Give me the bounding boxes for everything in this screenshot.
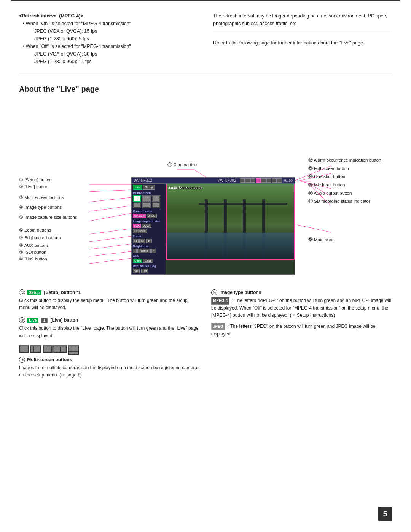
annotation-oneshot: ⑭ One shot button: [308, 173, 392, 181]
log-label: Log: [150, 264, 156, 268]
mpeg4-badge: MPEG-4: [211, 297, 229, 305]
desc-imagetype-heading: ④ Image type buttons: [211, 289, 392, 295]
desc-setup-heading: ① Setup [Setup] button *1: [19, 289, 200, 295]
brightness-buttons: - Normal +: [133, 249, 164, 253]
svg-line-8: [89, 251, 131, 256]
ms-icon-c: [43, 345, 53, 353]
mpeg4-btn[interactable]: MPEG-4: [133, 214, 146, 218]
annotation-fullscreen: ⑬ Full screen button: [308, 165, 392, 173]
camera-time: 01:00: [284, 179, 293, 183]
desc-right-col: ④ Image type buttons MPEG-4 : The letter…: [211, 289, 392, 384]
annotation-zoom: ⑥ Zoom buttons: [19, 227, 51, 233]
camera-icon-6: [266, 178, 271, 183]
annotation-camera-title: ⑪ Camera title: [167, 162, 197, 168]
ms-icon-d: [53, 345, 67, 353]
refresh-list: When "On" is selected for "MPEG-4 transm…: [19, 20, 198, 65]
ms-btn-6[interactable]: [152, 202, 160, 208]
desc-mpeg-text: MPEG-4 : The letters "MPEG-4" on the but…: [211, 297, 392, 319]
camera-image: Jan/01/2008-00:00:05: [166, 184, 295, 260]
annotation-aux: ⑧ AUX buttons: [19, 243, 49, 248]
aux-buttons: Open Close: [133, 259, 164, 263]
titlebar-center-text: WV-NF302: [218, 178, 236, 183]
desc-multiscreen-heading: ③ Multi-screen buttons: [19, 357, 200, 363]
annotation-alarm: ⑫ Alarm occurrence indication button: [308, 156, 392, 164]
zoom-label: Zoom: [133, 235, 164, 238]
vga-btn[interactable]: VGA: [133, 224, 141, 228]
multiscreen-icons-row: [19, 345, 200, 355]
svg-line-2: [89, 197, 131, 202]
ms-btn-3[interactable]: [152, 195, 160, 202]
bright-minus-btn[interactable]: -: [133, 249, 137, 253]
annotation-setup: ① [Setup] button: [19, 177, 52, 183]
live-diagram: ① [Setup] button ② [Live] button ③ Multi…: [19, 103, 392, 286]
ms-icon-b: [30, 345, 41, 353]
camera-ui-mockup: WV-NF302 WV-NF302 01:00: [131, 177, 295, 275]
annotation-sd-status: ⑰ SD recording status indicator: [308, 197, 392, 205]
top-section: <Refresh interval (MPEG-4)> When "On" is…: [19, 12, 392, 73]
sd-btn[interactable]: SD: [133, 269, 140, 273]
refresh-para2: Refer to the following page for further …: [213, 39, 392, 47]
zoom-out-btn[interactable]: x1: [133, 239, 139, 243]
camera-main-area: Jan/01/2008-00:00:05: [166, 184, 295, 274]
live-heading-text: [Live] button: [51, 318, 78, 323]
descriptions-grid: ① Setup [Setup] button *1 Click this but…: [19, 289, 392, 384]
camera-icon-7: [272, 178, 277, 183]
live-badge: Live: [27, 318, 38, 323]
desc-live: ② Live 1 [Live] button Click this button…: [19, 317, 200, 339]
desc-live-text: Click this button to display the "Live" …: [19, 325, 200, 339]
multiscreen-label: Multi-screen: [133, 191, 164, 195]
ms-btn-2[interactable]: [142, 195, 151, 202]
aux-open-btn[interactable]: Open: [133, 259, 142, 263]
camera-timestamp: Jan/01/2008-00:00:05: [168, 186, 202, 190]
refresh-item-2: When "Off" is selected for "MPEG-4 trans…: [23, 43, 198, 65]
refresh-para1: The refresh interval may be longer depen…: [213, 12, 392, 27]
zoom-x2-btn[interactable]: x2: [139, 239, 145, 243]
water-area: [167, 233, 294, 259]
annotation-sd: ⑨ [SD] button: [19, 249, 46, 255]
camera-icon-5: [261, 178, 266, 183]
camera-toolbar-icons: [240, 178, 282, 183]
refresh-heading: <Refresh interval (MPEG-4)>: [19, 12, 198, 20]
titlebar-left-text: WV-NF302: [134, 178, 218, 183]
zoom-x4-btn[interactable]: x4: [146, 239, 152, 243]
setup-btn[interactable]: Setup: [143, 185, 155, 190]
multiscreen-grid: [133, 195, 164, 208]
ms-btn-5[interactable]: [142, 202, 151, 208]
ms-btn-1[interactable]: [133, 195, 141, 202]
refresh-interval-right: The refresh interval may be longer depen…: [213, 12, 392, 65]
annotation-brightness: ⑦ Brightness buttons: [19, 235, 61, 240]
right-annotations: ⑫ Alarm occurrence indication button ⑬ F…: [308, 156, 392, 244]
compression-buttons: MPEG-4 JPEG: [133, 214, 164, 218]
svg-line-1: [89, 190, 131, 192]
list-btn[interactable]: List: [141, 269, 148, 273]
camera-icon-1: [240, 178, 245, 183]
desc-multiscreen: ③ Multi-screen buttons Images from multi…: [19, 345, 200, 379]
bright-plus-btn[interactable]: +: [151, 249, 156, 253]
beam: [199, 203, 288, 205]
capture-size-label: Image capture size: [133, 219, 164, 223]
imagetype-heading-text: Image type buttons: [219, 290, 261, 295]
live-setup-buttons: Live Setup: [133, 185, 164, 190]
multiscreen-heading-text: Multi-screen buttons: [27, 357, 72, 362]
desc-setup: ① Setup [Setup] button *1 Click this but…: [19, 289, 200, 311]
svg-line-3: [89, 206, 131, 211]
desc-setup-text: Click this button to display the setup m…: [19, 297, 200, 311]
live-btn[interactable]: Live: [133, 185, 142, 190]
rec-on-sd-label: Rec. on SD: [133, 264, 149, 268]
ms-btn-4[interactable]: [133, 202, 141, 208]
aux-close-btn[interactable]: Close: [143, 259, 153, 263]
desc-live-heading: ② Live 1 [Live] button: [19, 317, 200, 323]
rec-log-labels: Rec. on SD Log: [133, 264, 164, 268]
svg-line-7: [89, 244, 131, 249]
jpeg-type-badge: JPEG: [211, 323, 225, 330]
jpeg-btn[interactable]: JPEG: [147, 214, 157, 218]
annotation-mic: ⑮ Mic input button: [308, 181, 392, 189]
annotation-multiscreen: ③ Multi-screen buttons: [19, 195, 64, 200]
bright-normal-btn[interactable]: Normal: [137, 249, 151, 253]
1280-btn[interactable]: 1280x960: [133, 229, 147, 233]
qvga-btn[interactable]: QVGA: [142, 224, 151, 228]
camera-icon-2: [245, 178, 250, 183]
camera-icon-3: [250, 178, 255, 183]
setup-heading-text: [Setup] button *1: [44, 290, 81, 295]
desc-multiscreen-text: Images from multiple cameras can be disp…: [19, 364, 200, 379]
